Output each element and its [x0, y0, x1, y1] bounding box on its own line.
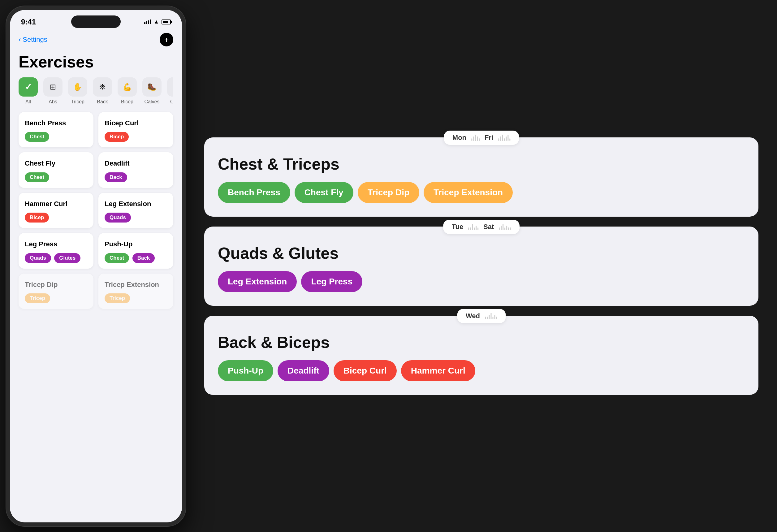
- tick: [471, 138, 472, 141]
- category-item-all[interactable]: ✓ All: [19, 77, 38, 105]
- workout-tag-tricep-extension: Tricep Extension: [424, 182, 513, 203]
- tick: [472, 224, 473, 230]
- tick: [499, 227, 500, 230]
- category-item-chest[interactable]: ⊕ Chest: [167, 77, 173, 105]
- exercise-card-bicep-curl[interactable]: Bicep Curl Bicep: [98, 112, 173, 147]
- category-item-bicep[interactable]: 💪 Bicep: [118, 77, 137, 105]
- tag-tricep: Tricep: [105, 293, 130, 303]
- tick: [474, 227, 475, 230]
- category-item-abs[interactable]: ⊞ Abs: [43, 77, 63, 105]
- day-label-sat: Sat: [483, 223, 494, 231]
- workout-tag-bicep-curl: Bicep Curl: [334, 360, 397, 381]
- wifi-icon: ▲: [153, 19, 159, 25]
- category-item-calves[interactable]: 🥾 Calves: [142, 77, 161, 105]
- day-indicator-back-biceps: Wed: [457, 309, 506, 323]
- workout-title-chest-triceps: Chest & Triceps: [218, 155, 745, 173]
- day-ticks-fri: [498, 135, 510, 141]
- day-ticks-wed: [485, 313, 497, 319]
- workout-card-quads-glutes: Tue Sat Quads & Glutes Leg Ex: [204, 226, 758, 306]
- category-item-back[interactable]: ❊ Back: [93, 77, 112, 105]
- tag-quads: Quads: [25, 253, 51, 263]
- exercise-card-chest-fly[interactable]: Chest Fly Chest: [19, 152, 94, 188]
- exercise-name: Hammer Curl: [25, 200, 87, 209]
- day-ticks-mon: [471, 135, 480, 141]
- exercise-card-bench-press[interactable]: Bench Press Chest: [19, 112, 94, 147]
- tick: [506, 226, 507, 230]
- tag-back: Back: [105, 173, 127, 182]
- battery-icon: [161, 19, 171, 24]
- exercise-name: Tricep Dip: [25, 281, 87, 289]
- tick: [508, 135, 509, 141]
- workout-tag-push-up: Push-Up: [218, 360, 273, 381]
- phone-container: 9:41 ▲ ‹: [0, 0, 192, 532]
- category-icon-all: ✓: [19, 77, 38, 97]
- tag-glutes: Glutes: [54, 253, 81, 263]
- workout-tag-bench-press: Bench Press: [218, 182, 290, 203]
- workout-card-back-biceps: Wed Back & Biceps Push-Up Deadlift Bicep…: [204, 316, 758, 395]
- signal-bar-2: [146, 21, 147, 24]
- tick: [508, 227, 509, 230]
- category-icon-chest: ⊕: [167, 77, 173, 97]
- tick: [487, 317, 488, 319]
- tag-back: Back: [132, 253, 155, 263]
- exercise-card-tricep-extension[interactable]: Tricep Extension Tricep: [98, 274, 173, 309]
- exercise-name: Bicep Curl: [105, 119, 167, 128]
- category-label-tricep: Tricep: [71, 99, 85, 105]
- signal-bar-3: [148, 20, 149, 24]
- workout-tag-leg-extension: Leg Extension: [218, 271, 297, 292]
- tick: [485, 317, 486, 319]
- back-button[interactable]: ‹ Settings: [19, 35, 47, 44]
- category-item-tricep[interactable]: ✋ Tricep: [68, 77, 87, 105]
- category-icon-back: ❊: [93, 77, 112, 97]
- exercise-name: Push-Up: [105, 240, 167, 249]
- phone-frame: 9:41 ▲ ‹: [6, 6, 186, 526]
- tag-chest: Chest: [105, 253, 129, 263]
- exercise-name: Leg Press: [25, 240, 87, 249]
- exercise-card-push-up[interactable]: Push-Up Chest Back: [98, 233, 173, 269]
- workout-title-back-biceps: Back & Biceps: [218, 333, 745, 351]
- status-icons: ▲: [144, 19, 171, 25]
- category-label-calves: Calves: [144, 99, 160, 105]
- workout-tags-back-biceps: Push-Up Deadlift Bicep Curl Hammer Curl: [218, 360, 745, 381]
- workout-tag-leg-press: Leg Press: [301, 271, 362, 292]
- category-icon-abs: ⊞: [43, 77, 63, 97]
- app-content: ‹ Settings + Exercises ✓ All: [10, 28, 182, 522]
- category-icon-bicep: 💪: [118, 77, 137, 97]
- exercise-card-hammer-curl[interactable]: Hammer Curl Bicep: [19, 193, 94, 228]
- day-ticks-sat: [499, 224, 511, 230]
- exercise-card-leg-extension[interactable]: Leg Extension Quads: [98, 193, 173, 228]
- workout-tag-tricep-dip: Tricep Dip: [358, 182, 419, 203]
- exercise-name: Chest Fly: [25, 159, 87, 168]
- phone-screen: 9:41 ▲ ‹: [10, 10, 182, 522]
- tag-bicep: Bicep: [105, 132, 129, 142]
- add-button[interactable]: +: [160, 33, 173, 46]
- tick: [475, 135, 476, 141]
- tick: [476, 226, 476, 230]
- category-label-all: All: [25, 99, 31, 105]
- checkmark-icon: ✓: [25, 82, 32, 92]
- exercise-card-deadlift[interactable]: Deadlift Back: [98, 152, 173, 188]
- exercise-name: Bench Press: [25, 119, 87, 128]
- tag-chest: Chest: [25, 173, 49, 182]
- workout-tags-chest-triceps: Bench Press Chest Fly Tricep Dip Tricep …: [218, 182, 745, 203]
- day-indicator-quads-glutes: Tue Sat: [443, 220, 520, 234]
- category-scroll: ✓ All ⊞ Abs ✋ Tricep: [19, 77, 173, 105]
- back-chevron-icon: ‹: [19, 35, 21, 44]
- tick: [477, 136, 478, 141]
- tick: [501, 226, 502, 230]
- exercise-card-leg-press[interactable]: Leg Press Quads Glutes: [19, 233, 94, 269]
- day-indicator-chest-triceps: Mon Fri: [444, 131, 519, 145]
- day-ticks-tue: [468, 224, 478, 230]
- category-icon-calves: 🥾: [142, 77, 161, 97]
- category-label-abs: Abs: [48, 99, 57, 105]
- dynamic-island: [71, 15, 121, 28]
- tick: [509, 138, 510, 141]
- workout-card-chest-triceps: Mon Fri Chest & Triceps Bench Press: [204, 137, 758, 217]
- tick: [468, 227, 469, 230]
- exercise-grid: Bench Press Chest Bicep Curl Bicep Chest…: [19, 112, 173, 309]
- back-label: Settings: [23, 35, 47, 44]
- category-label-chest: Chest: [170, 99, 173, 105]
- exercise-name: Deadlift: [105, 159, 167, 168]
- exercise-card-tricep-dip[interactable]: Tricep Dip Tricep: [19, 274, 94, 309]
- workout-tag-hammer-curl: Hammer Curl: [401, 360, 475, 381]
